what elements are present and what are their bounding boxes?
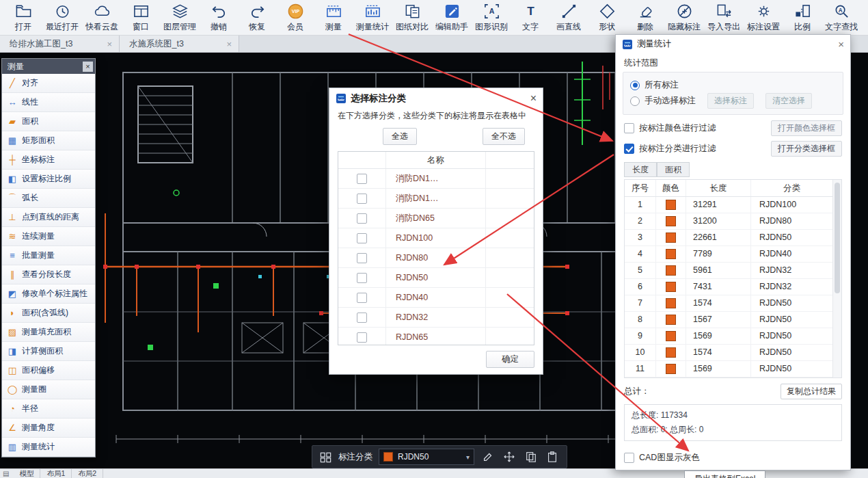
export-excel-button[interactable]: 导出表格到Excel (684, 470, 765, 478)
clear-selection-button[interactable]: 清空选择 (765, 93, 812, 109)
paste-annotation-button[interactable] (545, 449, 560, 465)
row-checkbox[interactable] (357, 233, 367, 243)
stats-tab[interactable]: 长度 (624, 162, 657, 177)
toolbar-button[interactable]: 比例 (783, 0, 822, 36)
color-filter-checkbox[interactable] (624, 123, 634, 133)
toolbar-button[interactable]: 文字查找 (822, 0, 861, 36)
stats-panel-header[interactable]: 测量统计 × (616, 35, 850, 53)
toolbar-button[interactable]: 打开 (4, 0, 42, 36)
stats-table-row[interactable]: 1 31291 RJDN100 (625, 197, 833, 213)
scrollbar-thumb[interactable] (835, 183, 840, 293)
measure-tool-item[interactable]: ⊥ 点到直线的距离 (2, 208, 95, 227)
move-annotation-button[interactable] (502, 449, 517, 465)
scope-manual-row[interactable]: 手动选择标注 选择标注 清空选择 (630, 93, 836, 109)
toolbar-button[interactable]: 快看云盘 (82, 0, 122, 36)
measure-tool-item[interactable]: ◫ 面积偏移 (2, 361, 95, 380)
toolbar-button[interactable]: 形状 (588, 0, 626, 36)
stats-table-row[interactable]: 4 7789 RJDN40 (625, 246, 833, 263)
select-all-button[interactable]: 全选 (383, 128, 417, 145)
tab-close-icon[interactable]: × (226, 39, 232, 49)
toolbar-button[interactable]: 删除 (626, 0, 664, 36)
measure-tool-item[interactable]: ▦ 矩形面积 (2, 131, 95, 150)
measure-tool-item[interactable]: ⌒ 弧长 (2, 189, 95, 208)
measure-tool-item[interactable]: ◯ 测量圈 (2, 380, 95, 399)
toolbar-button[interactable]: 标注设置 (744, 0, 783, 36)
measure-tool-item[interactable]: ≡ 批量测量 (2, 246, 95, 265)
select-annotations-button[interactable]: 选择标注 (707, 93, 754, 109)
classification-row[interactable]: RJDN65 (338, 328, 534, 345)
stats-table-row[interactable]: 11 1569 RJDN50 (625, 361, 833, 377)
table-scrollbar[interactable] (832, 180, 841, 377)
copy-annotation-button[interactable] (524, 449, 539, 465)
classification-row[interactable]: RJDN100 (338, 228, 534, 248)
measure-tool-item[interactable]: ╱ 对齐 (2, 74, 95, 93)
measure-tool-item[interactable]: ∥ 查看分段长度 (2, 265, 95, 284)
layout-tab[interactable]: 布局1 (40, 469, 72, 478)
stats-table-row[interactable]: 6 7431 RJDN32 (625, 279, 833, 295)
toolbar-button[interactable]: 测量 (314, 0, 353, 36)
stats-tab[interactable]: 面积 (657, 162, 690, 177)
classification-row[interactable]: RJDN32 (338, 308, 534, 328)
measure-tool-item[interactable]: ≋ 连续测量 (2, 227, 95, 246)
stats-table-row[interactable]: 2 31200 RJDN80 (625, 213, 833, 230)
row-checkbox[interactable] (357, 332, 367, 343)
toolbar-button[interactable]: 会员 (276, 0, 314, 36)
toolbar-button[interactable]: 最近打开 (42, 0, 82, 36)
measure-tool-item[interactable]: ∠ 测量角度 (2, 419, 95, 438)
stats-table-row[interactable]: 5 5961 RJDN32 (625, 263, 833, 279)
copy-total-button[interactable]: 复制总计结果 (781, 384, 842, 399)
measure-tool-item[interactable]: ▨ 测量填充面积 (2, 323, 95, 342)
toolbar-button[interactable]: 导入导出 (704, 0, 744, 36)
row-checkbox[interactable] (357, 174, 367, 184)
document-tab[interactable]: 给排水施工图_t3 × (0, 36, 120, 52)
toolbar-button[interactable]: 窗口 (122, 0, 160, 36)
toolbar-button[interactable]: 文字 (511, 0, 550, 36)
toolbar-button[interactable]: 图层管理 (160, 0, 200, 36)
document-tab[interactable]: 水施系统图_t3 × (120, 36, 239, 52)
stats-table-row[interactable]: 7 1574 RJDN50 (625, 295, 833, 312)
tab-close-icon[interactable]: × (107, 39, 112, 49)
open-class-picker-button[interactable]: 打开分类选择框 (771, 141, 842, 157)
measure-tool-item[interactable]: ▰ 面积 (2, 112, 95, 131)
row-checkbox[interactable] (357, 293, 367, 303)
layout-tab[interactable]: 布局2 (72, 469, 103, 478)
classification-row[interactable]: RJDN50 (338, 268, 534, 288)
toolbar-button[interactable]: 编辑助手 (432, 0, 472, 36)
classification-row[interactable]: 消防DN65 (338, 209, 534, 228)
stats-table-row[interactable]: 8 1567 RJDN50 (625, 312, 833, 328)
stats-table-row[interactable]: 10 1574 RJDN50 (625, 345, 833, 361)
open-color-picker-button[interactable]: 打开颜色选择框 (771, 120, 842, 136)
measure-tool-item[interactable]: ┼ 坐标标注 (2, 150, 95, 170)
toolbar-button[interactable]: 画直线 (550, 0, 588, 36)
classification-row[interactable]: RJDN80 (338, 248, 534, 268)
measure-tool-item[interactable]: ◨ 计算侧面积 (2, 342, 95, 361)
toolbar-button[interactable]: 图纸对比 (392, 0, 432, 36)
measure-tool-item[interactable]: ◔ 半径 (2, 399, 95, 419)
dialog-header[interactable]: 选择标注分类 × (329, 88, 543, 109)
measure-tool-item[interactable]: ◩ 修改单个标注属性 (2, 284, 95, 304)
layout-tab[interactable]: 模型 (13, 469, 40, 478)
toolbar-button[interactable]: 撤销 (200, 0, 238, 36)
measure-tool-item[interactable]: ◧ 设置标注比例 (2, 170, 95, 189)
class-filter-checkbox[interactable] (624, 144, 634, 154)
measure-panel-header[interactable]: 测量 × (2, 59, 95, 74)
row-checkbox[interactable] (357, 253, 367, 263)
select-none-button[interactable]: 全不选 (483, 128, 525, 145)
stats-panel-close-icon[interactable]: × (838, 38, 844, 50)
toolbar-button[interactable]: 测量统计 (353, 0, 392, 36)
measure-tool-item[interactable]: ◗ 面积(含弧线) (2, 304, 95, 323)
toolbar-button[interactable]: 恢复 (238, 0, 276, 36)
scope-all-row[interactable]: 所有标注 (630, 77, 836, 93)
stats-table-row[interactable]: 9 1569 RJDN50 (625, 328, 833, 345)
classification-row[interactable]: 消防DN1… (338, 189, 534, 209)
classification-row[interactable]: 消防DN1… (338, 169, 534, 189)
toolbar-button[interactable]: 隐藏标注 (664, 0, 704, 36)
stats-table-row[interactable]: 3 22661 RJDN50 (625, 230, 833, 246)
radio-all-annotations[interactable] (630, 81, 640, 90)
toolbar-button[interactable]: 图形识别 (472, 0, 511, 36)
confirm-button[interactable]: 确定 (486, 351, 534, 368)
classification-row[interactable]: RJDN40 (338, 288, 534, 308)
classification-dropdown[interactable]: RJDN50 ▾ (379, 449, 474, 465)
row-checkbox[interactable] (357, 194, 367, 204)
edit-annotation-button[interactable] (480, 449, 496, 465)
